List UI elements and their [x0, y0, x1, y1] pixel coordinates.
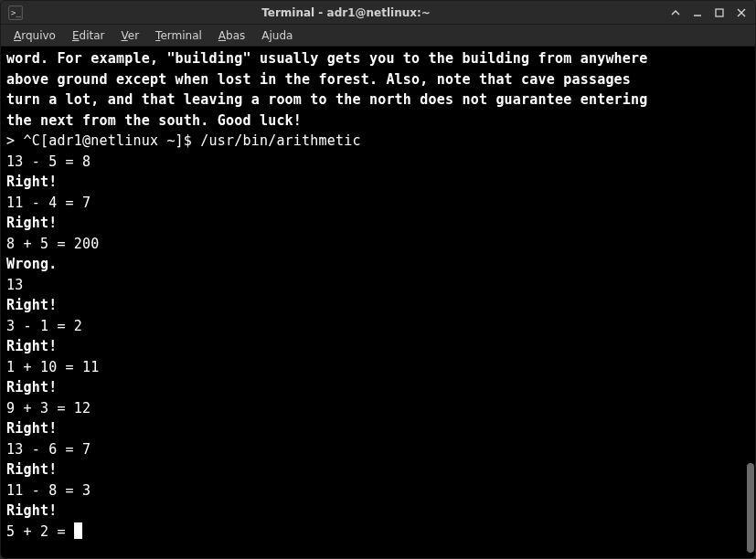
close-button[interactable] [735, 6, 748, 19]
window-title: Terminal - adr1@netlinux:~ [28, 6, 664, 19]
menu-editar[interactable]: Editar [65, 27, 112, 44]
titlebar: >_ Terminal - adr1@netlinux:~ [1, 1, 755, 25]
rollup-button[interactable] [669, 6, 682, 19]
minimize-button[interactable] [691, 6, 704, 19]
terminal-output[interactable]: word. For example, "building" usually ge… [1, 47, 746, 558]
cursor [74, 522, 82, 539]
window-controls [669, 6, 748, 19]
terminal-window: >_ Terminal - adr1@netlinux:~ Arquivo Ed… [0, 0, 756, 559]
menubar: Arquivo Editar Ver Terminal Abas Ajuda [1, 25, 755, 47]
terminal-area[interactable]: word. For example, "building" usually ge… [1, 47, 755, 558]
menu-terminal[interactable]: Terminal [148, 27, 209, 44]
menu-ajuda[interactable]: Ajuda [254, 27, 300, 44]
menu-abas[interactable]: Abas [211, 27, 252, 44]
scrollbar[interactable] [746, 47, 755, 558]
scrollbar-thumb[interactable] [747, 463, 754, 553]
svg-rect-3 [716, 9, 723, 16]
maximize-button[interactable] [713, 6, 726, 19]
menu-arquivo[interactable]: Arquivo [6, 27, 63, 44]
menu-ver[interactable]: Ver [114, 27, 147, 44]
svg-text:>_: >_ [11, 8, 21, 17]
app-icon: >_ [8, 5, 23, 20]
